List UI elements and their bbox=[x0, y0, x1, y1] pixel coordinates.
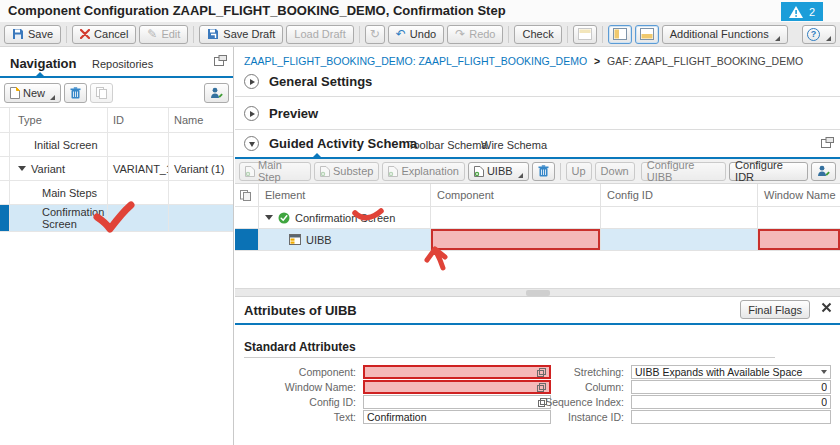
check-button[interactable]: Check bbox=[514, 25, 561, 44]
breadcrumb-current: GAF: ZAAPL_FLIGHT_BOOKING_DEMO bbox=[607, 55, 803, 67]
sequence-index-field[interactable]: 0 bbox=[631, 395, 831, 409]
warning-icon bbox=[789, 6, 803, 18]
delete-element-button[interactable] bbox=[532, 162, 555, 181]
configure-idr-button[interactable]: Configure IDR bbox=[729, 162, 808, 181]
schema-row-uibb[interactable]: UIBB bbox=[235, 229, 840, 251]
section-title-general-settings[interactable]: General Settings bbox=[269, 74, 372, 89]
configuration-editor-panel: ZAAPL_FLIGHT_BOOKING_DEMO: ZAAPL_FLIGHT_… bbox=[235, 47, 840, 445]
new-button[interactable]: New bbox=[4, 83, 61, 103]
splitter-grip[interactable] bbox=[526, 290, 550, 296]
add-uibb-icon bbox=[474, 166, 484, 177]
cancel-button[interactable]: Cancel bbox=[72, 25, 136, 44]
schema-row-confirmation-screen[interactable]: Confirmation Screen bbox=[235, 207, 840, 229]
layout-rows-button[interactable] bbox=[573, 25, 597, 44]
component-field[interactable] bbox=[363, 365, 551, 379]
navigation-panel: Navigation Repositories New bbox=[0, 47, 234, 445]
add-uibb-button[interactable]: UIBB bbox=[468, 162, 529, 181]
close-icon[interactable] bbox=[821, 302, 832, 313]
save-button[interactable]: Save bbox=[4, 25, 61, 44]
row-selector[interactable] bbox=[235, 229, 259, 250]
tab-repositories[interactable]: Repositories bbox=[92, 58, 153, 70]
table-row-initial-screen[interactable]: Initial Screen bbox=[0, 133, 233, 157]
message-badge[interactable]: 2 bbox=[781, 2, 823, 21]
schema-table-header: Element Component Config ID Window Name bbox=[235, 184, 840, 207]
final-flags-button[interactable]: Final Flags bbox=[740, 300, 810, 319]
sequence-index-label: Sequence Index: bbox=[534, 396, 624, 408]
instance-id-field[interactable] bbox=[631, 410, 831, 424]
instance-id-label: Instance ID: bbox=[534, 411, 624, 423]
page-title: Component Configuration ZAAPL_FLIGHT_BOO… bbox=[8, 3, 506, 18]
expand-arrow-icon[interactable] bbox=[265, 215, 273, 220]
section-guided-activity-schema-header: Guided Activity Schema Toolbar Schema Wi… bbox=[235, 130, 840, 159]
toolbar-separator bbox=[567, 26, 568, 43]
personalize-user-icon bbox=[817, 165, 830, 177]
copy-button[interactable] bbox=[90, 83, 113, 103]
table-row-confirmation-screen[interactable]: Confirmation Screen bbox=[0, 205, 233, 232]
expand-section-button[interactable] bbox=[244, 74, 259, 89]
breadcrumb-link[interactable]: ZAAPL_FLIGHT_BOOKING_DEMO: ZAAPL_FLIGHT_… bbox=[244, 55, 587, 67]
component-configuration-window: Component Configuration ZAAPL_FLIGHT_BOO… bbox=[0, 0, 840, 445]
layout-horizontal-split-button[interactable] bbox=[635, 25, 659, 44]
up-button[interactable]: Up bbox=[566, 162, 592, 181]
add-step-icon bbox=[320, 166, 330, 177]
column-header-name[interactable]: Name bbox=[169, 108, 233, 132]
column-label: Column: bbox=[534, 381, 624, 393]
add-step-icon bbox=[388, 166, 398, 177]
tab-toolbar-schema[interactable]: Toolbar Schema bbox=[408, 139, 488, 151]
tab-navigation[interactable]: Navigation bbox=[10, 56, 76, 71]
redo-button[interactable]: ↷ Redo bbox=[447, 25, 503, 44]
undo-button[interactable]: ↶ Undo bbox=[388, 25, 444, 44]
horizontal-splitter[interactable] bbox=[235, 288, 840, 297]
stretching-select[interactable]: UIBB Expands with Available Space bbox=[631, 365, 831, 379]
tab-guided-activity-schema[interactable]: Guided Activity Schema bbox=[269, 136, 417, 151]
row-selector[interactable] bbox=[0, 205, 10, 231]
config-id-field[interactable] bbox=[363, 395, 551, 409]
column-field[interactable]: 0 bbox=[631, 380, 831, 394]
expand-arrow-icon[interactable] bbox=[18, 166, 26, 171]
delete-button[interactable] bbox=[64, 83, 87, 103]
column-header-id[interactable]: ID bbox=[108, 108, 169, 132]
window-name-field[interactable] bbox=[363, 380, 551, 394]
detach-panel-icon[interactable] bbox=[214, 55, 227, 66]
component-error-cell[interactable] bbox=[431, 229, 601, 250]
collapse-section-button[interactable] bbox=[244, 136, 259, 151]
column-header-component[interactable]: Component bbox=[431, 184, 601, 206]
layout-vertical-split-icon bbox=[613, 28, 627, 40]
down-button[interactable]: Down bbox=[595, 162, 635, 181]
text-label: Text: bbox=[244, 411, 356, 423]
configure-uibb-button[interactable]: Configure UIBB bbox=[641, 162, 726, 181]
trash-icon bbox=[538, 165, 549, 177]
window-name-error-cell[interactable] bbox=[758, 229, 840, 250]
explanation-button[interactable]: Explanation bbox=[382, 162, 465, 181]
column-header-window-name[interactable]: Window Name bbox=[758, 184, 840, 206]
column-header-config-id[interactable]: Config ID bbox=[601, 184, 758, 206]
layout-vertical-split-button[interactable] bbox=[608, 25, 632, 44]
active-tab-marker bbox=[36, 72, 44, 76]
detach-panel-icon[interactable] bbox=[821, 137, 834, 148]
toolbar-separator bbox=[193, 26, 194, 43]
substep-button[interactable]: Substep bbox=[314, 162, 379, 181]
personalize-button[interactable] bbox=[204, 83, 229, 103]
refresh-button[interactable]: ↻ bbox=[365, 25, 385, 44]
load-draft-button[interactable]: Load Draft bbox=[286, 25, 353, 44]
undo-icon: ↶ bbox=[396, 28, 406, 40]
chevron-right-icon bbox=[250, 111, 255, 117]
tab-wire-schema[interactable]: Wire Schema bbox=[481, 139, 547, 151]
save-draft-button[interactable]: Save Draft bbox=[199, 25, 283, 44]
table-row-variant[interactable]: Variant VARIANT_1 Variant (1) bbox=[0, 157, 233, 181]
help-button[interactable]: ? bbox=[802, 25, 836, 44]
column-header-type[interactable]: Type bbox=[10, 108, 108, 132]
column-header-element[interactable]: Element bbox=[259, 184, 431, 206]
text-field[interactable]: Confirmation bbox=[363, 410, 551, 424]
toolbar-separator bbox=[508, 26, 509, 43]
personalize-button[interactable] bbox=[811, 162, 836, 181]
section-title-preview[interactable]: Preview bbox=[269, 106, 318, 121]
table-row-main-steps[interactable]: Main Steps bbox=[0, 181, 233, 205]
additional-functions-button[interactable]: Additional Functions bbox=[662, 25, 788, 44]
edit-button[interactable]: ✎ Edit bbox=[139, 25, 188, 44]
main-step-button[interactable]: Main Step bbox=[239, 162, 311, 181]
redo-icon: ↷ bbox=[455, 28, 465, 40]
expand-section-button[interactable] bbox=[244, 106, 259, 121]
layout-horizontal-split-icon bbox=[640, 28, 654, 40]
config-id-cell[interactable] bbox=[601, 229, 758, 250]
